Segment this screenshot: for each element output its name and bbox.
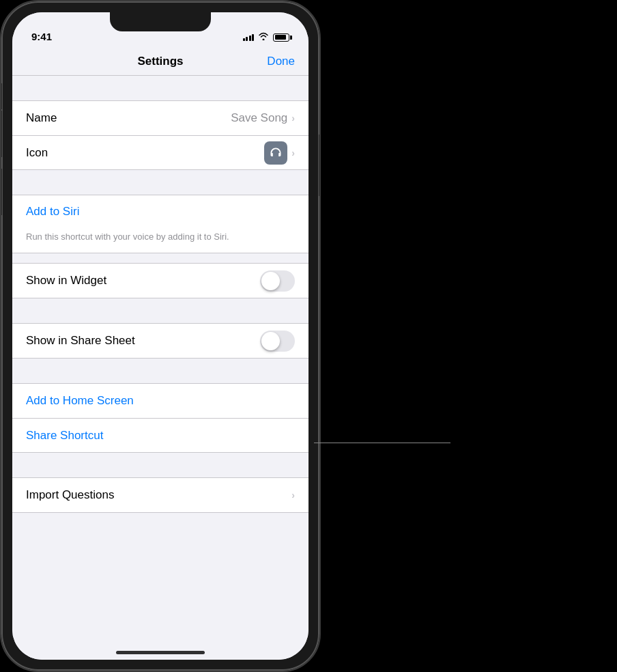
status-icons [243,32,290,42]
icon-badge [264,141,287,165]
siri-row[interactable]: Add to Siri [12,195,308,228]
home-share-section: Add to Home Screen Share Shortcut [12,383,308,453]
name-icon-section: Name Save Song › Icon › [12,100,308,170]
gap-5 [12,453,308,477]
widget-section: Show in Widget [12,263,308,298]
share-sheet-section: Show in Share Sheet [12,323,308,359]
nav-title: Settings [137,55,183,68]
name-row[interactable]: Name Save Song › [12,101,308,135]
content-area[interactable]: Settings Done Name Save Song › Icon [12,46,308,660]
siri-label: Add to Siri [26,205,79,219]
phone-screen: 9:41 [12,12,308,660]
import-chevron-icon: › [291,490,295,501]
widget-toggle-knob [261,272,280,290]
icon-chevron-icon: › [291,148,295,158]
gap-2 [12,253,308,263]
widget-row[interactable]: Show in Widget [12,264,308,298]
notch [110,12,211,31]
signal-bar-4 [252,34,254,41]
gap-1 [12,170,308,195]
share-shortcut-label: Share Shortcut [26,429,103,443]
siri-description: Run this shortcut with your voice by add… [12,228,308,253]
share-sheet-toggle[interactable] [260,331,295,352]
share-shortcut-row[interactable]: Share Shortcut [12,418,308,452]
wifi-icon [258,32,269,42]
import-section: Import Questions › [12,477,308,513]
phone-container: 9:41 [0,0,321,672]
status-time: 9:41 [31,31,243,42]
nav-bar: Settings Done [12,46,308,76]
name-chevron-icon: › [291,113,295,124]
signal-bar-2 [246,37,248,41]
widget-label: Show in Widget [26,274,260,288]
import-label: Import Questions [26,488,291,502]
gap-3 [12,298,308,323]
power-button[interactable] [319,135,321,196]
signal-bar-1 [243,38,245,41]
widget-toggle[interactable] [260,270,295,292]
share-sheet-toggle-knob [261,332,280,350]
top-gap [12,76,308,100]
volume-up-button[interactable] [0,111,2,157]
import-row[interactable]: Import Questions › [12,478,308,512]
icon-label: Icon [26,146,264,160]
siri-section: Add to Siri Run this shortcut with your … [12,195,308,253]
headphones-icon [269,146,283,160]
share-sheet-label: Show in Share Sheet [26,334,260,348]
home-screen-label: Add to Home Screen [26,394,134,408]
battery-fill [275,35,286,40]
mute-button[interactable] [0,83,2,109]
name-label: Name [26,111,231,125]
icon-row[interactable]: Icon › [12,135,308,169]
bottom-gap [12,513,308,554]
name-value: Save Song [231,111,287,125]
volume-down-button[interactable] [0,169,2,215]
signal-bars-icon [243,34,255,41]
battery-icon [273,33,289,42]
connector-line [314,443,450,443]
home-screen-row[interactable]: Add to Home Screen [12,384,308,418]
gap-4 [12,359,308,383]
signal-bar-3 [249,36,251,41]
home-indicator[interactable] [116,651,205,654]
phone-frame: 9:41 [0,0,321,672]
done-button[interactable]: Done [267,55,295,68]
share-sheet-row[interactable]: Show in Share Sheet [12,324,308,358]
